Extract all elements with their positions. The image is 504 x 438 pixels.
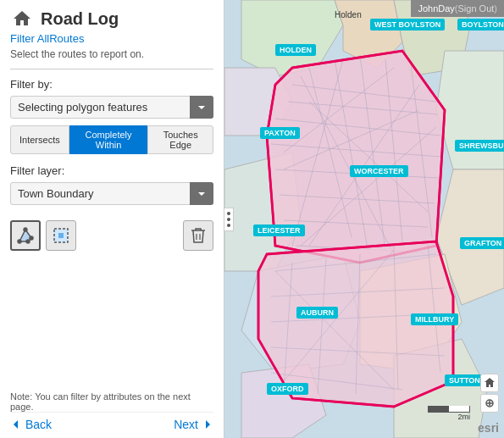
divider xyxy=(10,69,213,69)
sign-out-text[interactable]: Sign Out xyxy=(458,3,495,14)
filter-layer-label: Filter layer: xyxy=(10,164,213,177)
select-prompt: Select the routes to report on. xyxy=(10,48,213,60)
scale-label: 2mi xyxy=(457,413,470,421)
username: JohnDay xyxy=(418,3,454,14)
back-button[interactable]: Back xyxy=(10,418,52,431)
label-oxford: OXFORD xyxy=(267,383,308,395)
completely-within-button[interactable]: Completely Within xyxy=(69,125,148,154)
filter-buttons-group: Intersects Completely Within Touches Edg… xyxy=(10,125,213,154)
label-holden: HOLDEN xyxy=(275,44,316,56)
filter-by-label: Filter by: xyxy=(10,78,213,91)
map-area[interactable]: JohnDay ( Sign Out ) xyxy=(224,0,504,438)
layer-dropdown-container: Town Boundary xyxy=(10,182,213,205)
next-button[interactable]: Next xyxy=(174,418,213,431)
svg-point-3 xyxy=(30,236,33,240)
select-features-button[interactable] xyxy=(46,220,76,251)
filter-dropdown-container: Selecting polygon features xyxy=(10,96,213,119)
house-icon xyxy=(10,7,34,30)
esri-logo: esri xyxy=(478,421,499,435)
delete-button[interactable] xyxy=(183,220,213,251)
svg-point-1 xyxy=(18,240,21,243)
left-panel: Road Log Filter AllRoutes Select the rou… xyxy=(0,0,224,438)
icon-row xyxy=(10,220,213,251)
layer-dropdown[interactable]: Town Boundary xyxy=(10,182,213,205)
note-text: Note: You can filter by attributes on th… xyxy=(10,383,213,412)
label-boylston: BOYLSTON xyxy=(457,19,504,30)
svg-point-4 xyxy=(26,240,30,243)
label-shrewsbury: SHREWSBURY xyxy=(455,140,504,152)
label-leicester: LEICESTER xyxy=(253,225,305,236)
home-button[interactable] xyxy=(480,374,499,392)
label-west-boylston: WEST BOYLSTON xyxy=(370,19,445,30)
label-paxton: PAXTON xyxy=(260,127,300,139)
filter-dropdown[interactable]: Selecting polygon features xyxy=(10,96,213,119)
label-auburn: AUBURN xyxy=(296,307,338,319)
filter-all-routes-link[interactable]: Filter AllRoutes xyxy=(10,32,213,45)
label-millbury: MILLBURY xyxy=(411,313,458,325)
app-container: Road Log Filter AllRoutes Select the rou… xyxy=(0,0,504,438)
draw-polygon-button[interactable] xyxy=(10,220,41,251)
scale-bar: 2mi xyxy=(428,406,470,421)
map-svg xyxy=(224,0,504,438)
app-title: Road Log xyxy=(41,9,119,29)
touches-edge-button[interactable]: Touches Edge xyxy=(147,125,213,154)
label-sutton: SUTTON xyxy=(445,374,485,386)
svg-point-2 xyxy=(24,228,27,231)
user-badge: JohnDay ( Sign Out ) xyxy=(411,0,504,17)
dots-menu[interactable] xyxy=(224,208,234,231)
map-controls xyxy=(480,374,499,413)
label-grafton: GRAFTON xyxy=(460,237,504,249)
nav-row: Back Next xyxy=(10,412,213,431)
intersects-button[interactable]: Intersects xyxy=(10,125,69,154)
label-holden-plain: Holden xyxy=(335,10,362,19)
zoom-button[interactable] xyxy=(480,394,499,413)
header-row: Road Log xyxy=(10,7,213,30)
label-worcester: WORCESTER xyxy=(350,165,408,177)
